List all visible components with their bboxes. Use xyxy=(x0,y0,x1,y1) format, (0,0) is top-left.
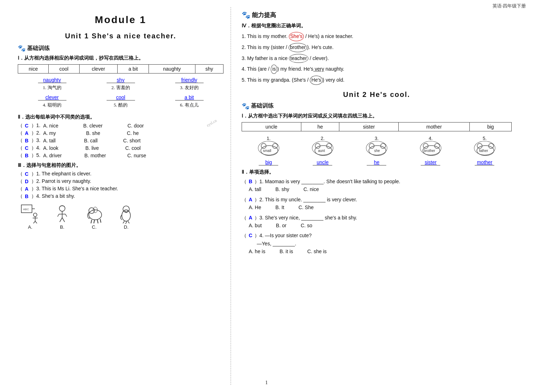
answer-row2: clever cool a bit xyxy=(18,94,224,100)
svg-line-25 xyxy=(128,221,129,223)
svg-line-13 xyxy=(58,214,59,217)
mc-options-3: A. but B. or C. so xyxy=(249,222,512,229)
svg-line-6 xyxy=(33,221,35,223)
svg-text:brother: brother xyxy=(424,149,435,153)
answer3-5: mother xyxy=(461,159,509,165)
ans3-sister: sister xyxy=(421,159,440,165)
word2-big: big xyxy=(470,122,512,131)
choice3-row-3: （ A ）3. This is Ms Li. She's a nice teac… xyxy=(18,186,224,192)
bracket3-open-4: （ xyxy=(18,193,23,200)
svg-line-7 xyxy=(35,221,37,223)
choice-items-4: A. look B. live C. cool xyxy=(43,145,141,151)
sentence-4: 4. This (are / is) my friend. He's very … xyxy=(242,65,512,74)
answer-cell-2: shy xyxy=(90,77,152,83)
choice3-row-4: （ B ）4. She's a bit shy. xyxy=(18,193,224,200)
opt-b3: B. call xyxy=(84,138,97,143)
mc-row-3: （A）3. She's very nice, ________ she's a … xyxy=(242,214,512,230)
frog-circle-1: small xyxy=(258,141,279,155)
svg-text:she: she xyxy=(374,149,380,153)
opt-c4: C. cool xyxy=(125,145,141,151)
word-box-table2: uncle he sister mother big xyxy=(242,122,512,131)
opt-b4: B. live xyxy=(85,145,99,151)
choice-list: （ C ）1. A. nice B. clever C. door （ A ）2… xyxy=(18,123,224,159)
opt-a3: A. tall xyxy=(43,138,55,143)
answer3-3: he xyxy=(352,159,401,165)
svg-point-3 xyxy=(33,213,37,217)
cn6: 6. 有点儿 xyxy=(158,102,220,108)
task2-label: Ⅱ．选出每组单词中不同类的选项。 xyxy=(18,114,224,120)
word-box-table: nice cool clever a bit naughty shy xyxy=(18,64,224,74)
mc-options-4: A. he is B. it is C. she is xyxy=(249,247,512,255)
mc-ans-4: C xyxy=(247,232,254,239)
circle-is: is xyxy=(271,65,277,74)
mc4-optB: B. it is xyxy=(280,247,293,255)
svg-point-15 xyxy=(89,210,102,220)
pic-B: B. xyxy=(50,203,75,230)
circle-shes: She's xyxy=(289,32,304,41)
cn2: 2. 害羞的 xyxy=(90,85,152,91)
opt-b1: B. clever xyxy=(83,123,102,129)
choice-items-5: A. driver B. mother C. nurse xyxy=(43,153,146,158)
frog-row: 1. small 2. aunt xyxy=(242,136,512,157)
svg-line-18 xyxy=(91,220,92,223)
frog-circle-5: father xyxy=(474,141,495,155)
right-column: 🐾 能力提高 Ⅳ．根据句意圈出正确单词。 1. This is my mothe… xyxy=(231,7,522,385)
svg-text:small: small xyxy=(263,149,271,153)
pic-B-figure xyxy=(50,203,75,224)
mc-row-2: （A）2. This is my uncle. ________ is very… xyxy=(242,196,512,212)
choice-row-2: （ A ）2. A. my B. she C. he xyxy=(18,130,224,136)
circle-teacher: teacher xyxy=(289,54,308,63)
task2-label2: Ⅱ．单项选择。 xyxy=(242,169,512,175)
ability-training-header: 🐾 能力提高 xyxy=(242,11,512,19)
frog-num-4: 4. xyxy=(420,136,441,141)
svg-line-21 xyxy=(100,219,101,223)
picture-row: ABC A. xyxy=(18,203,224,230)
word-cool: cool xyxy=(49,65,79,74)
word2-he: he xyxy=(301,122,339,131)
answer-abit: a bit xyxy=(175,94,204,100)
bracket3-open-3: （ xyxy=(18,186,23,192)
answer-3: B xyxy=(23,138,31,143)
word-shy: shy xyxy=(195,65,223,74)
answer3-1: big xyxy=(244,159,293,165)
mc-row-4: （C）4. —Is your sister cute? —Yes, ______… xyxy=(242,232,512,255)
mc2-optA: A. He xyxy=(249,203,261,211)
choice3-row-1: （ C ）1. The elephant is clever. xyxy=(18,171,224,177)
module-title: Module 1 xyxy=(18,14,224,26)
cn4: 4. 聪明的 xyxy=(21,102,83,108)
word-clever: clever xyxy=(79,65,118,74)
mc-options-2: A. He B. It C. She xyxy=(249,203,512,211)
answer-2: A xyxy=(23,130,31,136)
pic-C-figure xyxy=(82,203,107,224)
answer3-3: A xyxy=(23,186,31,192)
mc-row-1: （B）1. Maomao is very ________. She doesn… xyxy=(242,178,512,194)
mc2-optC: C. She xyxy=(298,203,314,211)
opt-c1: C. door xyxy=(128,123,144,129)
choice-row-1: （ C ）1. A. nice B. clever C. door xyxy=(18,123,224,129)
word-nice: nice xyxy=(18,65,49,74)
choice-items-3: A. tall B. call C. short xyxy=(43,138,140,143)
mc2-optB: B. It xyxy=(275,203,284,211)
sentence-2: 2. This is my (sister / brother). He's c… xyxy=(242,43,512,52)
sentence-3: 3. My father is a nice teacher / clever)… xyxy=(242,54,512,63)
frog-circle-2: aunt xyxy=(312,141,333,155)
choice-num-5: ）5. xyxy=(31,152,43,159)
subject-label: 英语·四年级下册 xyxy=(492,3,526,9)
choice3-text-3: ）3. This is Ms Li. She's a nice teacher. xyxy=(31,186,118,192)
answer3-2: D xyxy=(23,179,31,184)
choice-row-3: （ B ）3. A. tall B. call C. short xyxy=(18,137,224,144)
frog-1: 1. small xyxy=(258,136,279,157)
mc-ans-1: B xyxy=(247,178,254,185)
section-icon2: 🐾 xyxy=(242,102,249,110)
svg-point-22 xyxy=(122,210,130,221)
word2-uncle: uncle xyxy=(242,122,301,131)
answer-friendly: friendly xyxy=(175,77,204,83)
choice-open-4: （ xyxy=(18,145,23,151)
pic-A: ABC A. xyxy=(18,203,43,230)
mc1-optB: B. shy xyxy=(275,185,289,193)
circle-brother: brother xyxy=(289,43,307,52)
ans3-uncle: uncle xyxy=(313,159,332,165)
cn-row2: 4. 聪明的 5. 酷的 6. 有点儿 xyxy=(18,102,224,110)
task1-label2: Ⅰ．从方框中选出下列单词的对应词或反义词填在四线三格上。 xyxy=(242,113,512,119)
answer-shy: shy xyxy=(107,77,135,83)
